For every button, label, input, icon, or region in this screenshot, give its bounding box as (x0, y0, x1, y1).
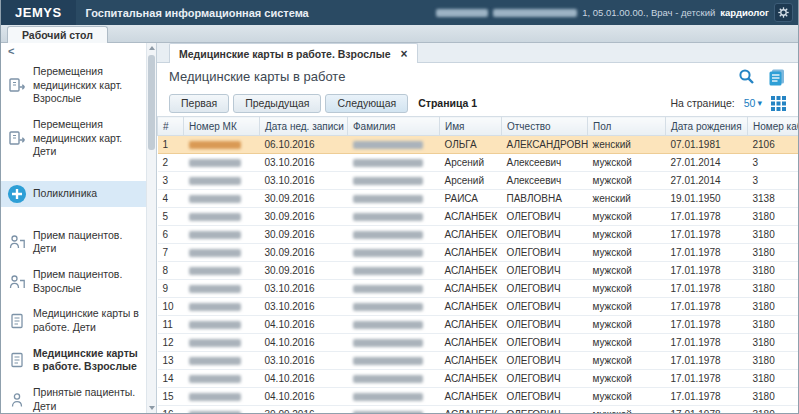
table-row[interactable]: 1404.10.2016АСЛАНБЕКОЛЕГОВИЧмужской17.01… (158, 370, 799, 388)
redacted-surname (353, 267, 423, 275)
prev-page-button[interactable]: Предыдущая (233, 94, 321, 113)
page-size-value: 50 (744, 97, 756, 109)
table-row[interactable]: 830.09.2016АСЛАНБЕКОЛЕГОВИЧмужской17.01.… (158, 262, 799, 280)
cell-birth: 27.01.2014 (666, 172, 748, 190)
cell-birth: 27.01.2014 (666, 154, 748, 172)
table-row[interactable]: 1303.10.2016АСЛАНБЕКОЛЕГОВИЧмужской17.01… (158, 352, 799, 370)
column-header[interactable]: Имя (440, 117, 502, 136)
med-card-icon (7, 350, 27, 370)
cell-patr: ПАВЛОВНА (502, 190, 588, 208)
columns-grid-icon[interactable] (771, 96, 786, 111)
cell-surname (348, 136, 440, 154)
column-header[interactable]: Дата нед. записи (260, 117, 348, 136)
table-row[interactable]: 430.09.2016РАИСАПАВЛОВНАженский19.01.195… (158, 190, 799, 208)
column-header[interactable]: # (158, 117, 184, 136)
journal-icon[interactable] (767, 68, 786, 86)
chevron-down-icon: ▾ (757, 98, 762, 108)
cell-room: 3180 (748, 244, 799, 262)
first-page-button[interactable]: Первая (169, 94, 229, 113)
scrollbar-thumb[interactable] (148, 55, 155, 150)
redacted-surname (353, 285, 423, 293)
table-row[interactable]: 630.09.2016АСЛАНБЕКОЛЕГОВИЧмужской17.01.… (158, 226, 799, 244)
redacted-surname (353, 393, 423, 401)
cell-birth: 17.01.1978 (666, 316, 748, 334)
next-page-button[interactable]: Следующая (325, 94, 408, 113)
cell-surname (348, 190, 440, 208)
cell-n: 2 (158, 154, 184, 172)
app-title: Госпитальная информационная система (86, 7, 309, 19)
redacted-surname (353, 231, 423, 239)
cell-name: АСЛАНБЕК (440, 262, 502, 280)
cell-birth: 17.01.1978 (666, 208, 748, 226)
cell-sex: мужской (588, 208, 666, 226)
table-row[interactable]: 303.10.2016АрсенийАлексеевичмужской27.01… (158, 172, 799, 190)
column-header[interactable]: Фамилия (348, 117, 440, 136)
column-header[interactable]: Номер МК (184, 117, 260, 136)
table-row[interactable]: 1504.10.2016АСЛАНБЕКОЛЕГОВИЧмужской17.01… (158, 388, 799, 406)
search-icon[interactable] (738, 68, 755, 85)
cell-patr: ОЛЕГОВИЧ (502, 298, 588, 316)
cell-room: 3138 (748, 190, 799, 208)
page-size-label: На странице: (670, 97, 734, 109)
table-row[interactable]: 106.10.2016ОЛЬГААЛЕКСАНДРОВНАженский07.0… (158, 136, 799, 154)
sidebar-collapse-button[interactable]: < (1, 43, 146, 59)
table-row[interactable]: 1630.09.2016АСЛАНБЕКОЛЕГОВИЧмужской17.01… (158, 406, 799, 414)
sidebar-item[interactable]: Прием пациентов. Дети (1, 223, 146, 262)
page-size-select[interactable]: 50 ▾ (744, 97, 762, 109)
table-row[interactable]: 903.10.2016АСЛАНБЕКОЛЕГОВИЧмужской17.01.… (158, 280, 799, 298)
cell-name: Арсений (440, 172, 502, 190)
cell-sex: мужской (588, 172, 666, 190)
card-move-icon (7, 75, 27, 95)
cell-birth: 17.01.1978 (666, 334, 748, 352)
cell-n: 16 (158, 406, 184, 414)
column-header[interactable]: Отчество (502, 117, 588, 136)
content-tab-bar: Медицинские карты в работе. Взрослые × (157, 43, 798, 63)
cell-room: 2106 (748, 136, 799, 154)
cell-surname (348, 172, 440, 190)
column-header[interactable]: Пол (588, 117, 666, 136)
column-header[interactable]: Номер кабинета (748, 117, 799, 136)
tab-workspace[interactable]: Рабочий стол (7, 26, 108, 43)
sidebar-item-label: Перемещения медицинских карт. Взрослые (33, 65, 144, 106)
sidebar-item[interactable]: Медицинские карты в работе. Взрослые (1, 341, 146, 380)
settings-button[interactable] (774, 3, 793, 22)
cell-mk-number (184, 298, 260, 316)
cell-birth: 17.01.1978 (666, 352, 748, 370)
table-row[interactable]: 1104.10.2016АСЛАНБЕКОЛЕГОВИЧмужской17.01… (158, 316, 799, 334)
table-row[interactable]: 203.10.2016АрсенийАлексеевичмужской27.01… (158, 154, 799, 172)
cell-date: 30.09.2016 (260, 208, 348, 226)
scroll-up-icon[interactable] (149, 46, 155, 50)
sidebar-item[interactable]: Медицинские карты в работе. Дети (1, 301, 146, 340)
cell-name: Арсений (440, 154, 502, 172)
workspace-tab-strip: Рабочий стол (1, 25, 798, 43)
cell-date: 30.09.2016 (260, 190, 348, 208)
sidebar-item[interactable]: Перемещения медицинских карт. Взрослые (1, 59, 146, 112)
sidebar-item[interactable]: Перемещения медицинских карт. Дети (1, 112, 146, 165)
redacted-mk-number (189, 213, 241, 221)
tab-med-cards-adults[interactable]: Медицинские карты в работе. Взрослые × (169, 43, 418, 63)
cell-name: АСЛАНБЕК (440, 316, 502, 334)
cell-date: 04.10.2016 (260, 370, 348, 388)
sidebar-item-label: Прием пациентов. Дети (33, 229, 144, 256)
sidebar-item[interactable]: Принятые пациенты. Дети (1, 380, 146, 413)
cell-n: 1 (158, 136, 184, 154)
cell-mk-number (184, 370, 260, 388)
cell-sex: мужской (588, 334, 666, 352)
table-row[interactable]: 730.09.2016АСЛАНБЕКОЛЕГОВИЧмужской17.01.… (158, 244, 799, 262)
sidebar-item[interactable]: Прием пациентов. Взрослые (1, 262, 146, 301)
cell-sex: мужской (588, 154, 666, 172)
cell-sex: мужской (588, 352, 666, 370)
close-icon[interactable]: × (401, 48, 408, 60)
scroll-down-icon[interactable] (149, 406, 155, 410)
column-header[interactable]: Дата рождения (666, 117, 748, 136)
sidebar-scrollbar[interactable] (146, 43, 156, 413)
cell-room: 3180 (748, 298, 799, 316)
table-row[interactable]: 530.09.2016АСЛАНБЕКОЛЕГОВИЧмужской17.01.… (158, 208, 799, 226)
cell-surname (348, 352, 440, 370)
cell-date: 03.10.2016 (260, 352, 348, 370)
app-window: JEMYS Госпитальная информационная систем… (0, 0, 799, 414)
table-row[interactable]: 1204.10.2016АСЛАНБЕКОЛЕГОВИЧмужской17.01… (158, 334, 799, 352)
table-row[interactable]: 1003.10.2016АСЛАНБЕКОЛЕГОВИЧмужской17.01… (158, 298, 799, 316)
sidebar-item[interactable]: Поликлиника (1, 181, 146, 207)
redacted-surname (353, 411, 423, 413)
